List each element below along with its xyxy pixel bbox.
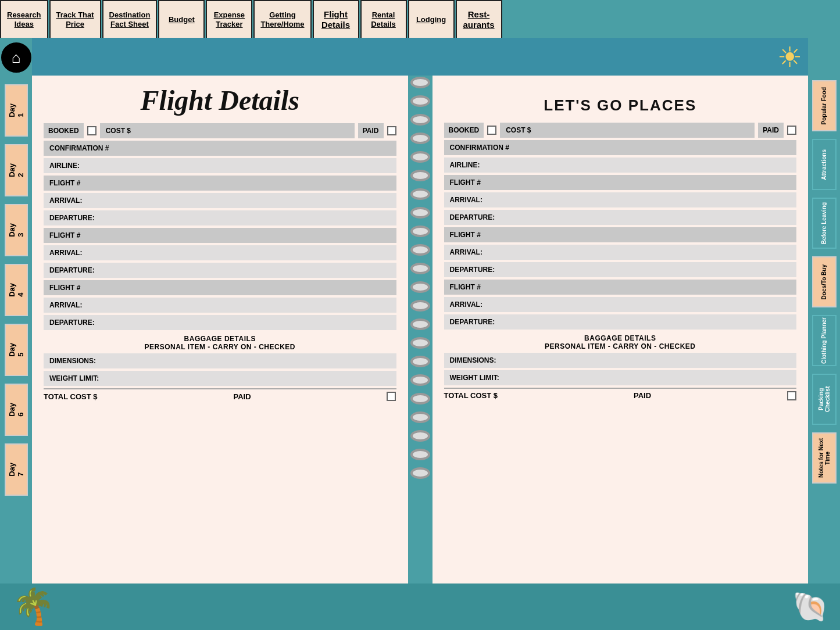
left-flight1-num: FLIGHT # bbox=[44, 176, 396, 191]
spiral-ring bbox=[410, 133, 430, 144]
home-button[interactable]: ⌂ bbox=[1, 42, 31, 73]
left-flight-section-3: FLIGHT # ARRIVAL: DEPARTURE: bbox=[44, 280, 396, 330]
spiral-ring bbox=[410, 95, 430, 107]
left-booked-checkbox[interactable] bbox=[87, 126, 96, 135]
right-flight2-departure: DEPARTURE: bbox=[444, 262, 797, 277]
home-icon: ⌂ bbox=[12, 49, 21, 67]
spiral-ring bbox=[410, 318, 430, 330]
right-flight3-num: FLIGHT # bbox=[444, 280, 797, 295]
sidebar-item-popular-food[interactable]: Popular Food bbox=[812, 80, 837, 131]
right-baggage-header: BAGGAGE DETAILS PERSONAL ITEM - CARRY ON… bbox=[444, 334, 797, 350]
right-flight3-arrival: ARRIVAL: bbox=[444, 297, 797, 312]
day-labels-right: Popular Food Attractions Before Leaving … bbox=[812, 80, 837, 488]
spiral-ring bbox=[410, 393, 430, 405]
left-airline-row: AIRLINE: bbox=[44, 158, 396, 173]
left-confirmation-row: CONFIRMATION # bbox=[44, 141, 396, 156]
main-content: Flight Details BOOKED COST $ PAID CONFIR… bbox=[32, 76, 808, 584]
sun-decoration-icon: ☀ bbox=[777, 41, 802, 73]
sidebar-item-before-leaving[interactable]: Before Leaving bbox=[812, 198, 837, 249]
right-dimensions-row: DIMENSIONS: bbox=[444, 353, 797, 368]
spiral-ring bbox=[410, 207, 430, 219]
right-total-row: TOTAL COST $ PAID bbox=[444, 388, 797, 403]
left-paid-label: PAID bbox=[358, 123, 384, 138]
tab-flight-details[interactable]: FlightDetails bbox=[313, 0, 359, 38]
spiral-ring bbox=[410, 244, 430, 256]
left-flight2-arrival: ARRIVAL: bbox=[44, 245, 396, 260]
spiral-ring bbox=[410, 356, 430, 367]
sidebar-item-day1[interactable]: Day1 bbox=[5, 84, 28, 137]
sidebar-item-day5[interactable]: Day5 bbox=[5, 324, 28, 376]
right-total-cost-label: TOTAL COST $ bbox=[444, 391, 498, 400]
sun-icon-right bbox=[809, 42, 839, 77]
spiral-ring bbox=[410, 188, 430, 200]
right-paid-checkbox[interactable] bbox=[787, 126, 796, 135]
left-total-cost-label: TOTAL COST $ bbox=[44, 392, 97, 401]
right-flight1-arrival: ARRIVAL: bbox=[444, 192, 797, 207]
spiral-ring bbox=[410, 411, 430, 423]
left-booked-label: BOOKED bbox=[44, 123, 84, 138]
right-weight-limit-row: WEIGHT LIMIT: bbox=[444, 370, 797, 385]
right-flight-section-2: FLIGHT # ARRIVAL: DEPARTURE: bbox=[444, 227, 797, 277]
tab-research-ideas[interactable]: ResearchIdeas bbox=[0, 0, 48, 38]
sidebar-item-day7[interactable]: Day7 bbox=[5, 443, 28, 496]
sidebar-item-attractions[interactable]: Attractions bbox=[812, 139, 837, 190]
spiral-ring bbox=[410, 225, 430, 237]
tab-lodging[interactable]: Lodging bbox=[408, 0, 455, 38]
sidebar-item-clothing-planner[interactable]: Clothing Planner bbox=[812, 315, 837, 366]
spiral-ring bbox=[410, 151, 430, 163]
right-confirmation-row: CONFIRMATION # bbox=[444, 140, 797, 155]
sidebar-item-docs-to-buy[interactable]: Docs/To Buy bbox=[812, 256, 837, 307]
tab-expense-tracker[interactable]: ExpenseTracker bbox=[206, 0, 252, 38]
tab-restaurants[interactable]: Rest-aurants bbox=[456, 0, 502, 38]
flight-details-title: Flight Details bbox=[44, 84, 396, 116]
left-flight3-num: FLIGHT # bbox=[44, 280, 396, 295]
right-booked-checkbox[interactable] bbox=[487, 126, 496, 135]
bottom-footer: 🌴 🐚 bbox=[0, 584, 840, 630]
sidebar-item-day2[interactable]: Day2 bbox=[5, 144, 28, 196]
sidebar-item-day3[interactable]: Day3 bbox=[5, 204, 28, 256]
left-flight-section-2: FLIGHT # ARRIVAL: DEPARTURE: bbox=[44, 228, 396, 278]
spiral-ring bbox=[410, 170, 430, 181]
right-flight3-departure: DEPARTURE: bbox=[444, 314, 797, 330]
left-booked-row: BOOKED COST $ PAID bbox=[44, 123, 396, 138]
tab-track-that-price[interactable]: Track ThatPrice bbox=[49, 0, 101, 38]
right-paid-label: PAID bbox=[758, 123, 784, 138]
right-flight-section-1: FLIGHT # ARRIVAL: DEPARTURE: bbox=[444, 175, 797, 225]
spiral-binding bbox=[408, 76, 432, 584]
left-dimensions-row: DIMENSIONS: bbox=[44, 353, 396, 368]
right-total-paid-checkbox[interactable] bbox=[787, 391, 796, 400]
left-baggage-header: BAGGAGE DETAILS PERSONAL ITEM - CARRY ON… bbox=[44, 335, 396, 351]
right-airline-row: AIRLINE: bbox=[444, 158, 797, 173]
sidebar-item-packing-checklist[interactable]: Packing Checklist bbox=[812, 374, 837, 425]
left-sidebar: ⌂ Day1 Day2 Day3 Day4 Day5 Day6 Day7 bbox=[0, 38, 32, 584]
spiral-ring bbox=[410, 467, 430, 479]
tab-destination-fact-sheet[interactable]: DestinationFact Sheet bbox=[102, 0, 158, 38]
sidebar-item-notes-next-time[interactable]: Notes for Next Time bbox=[812, 432, 837, 484]
left-total-paid-checkbox[interactable] bbox=[387, 392, 396, 401]
day-labels-left: Day1 Day2 Day3 Day4 Day5 Day6 Day7 bbox=[5, 84, 28, 500]
shell-icon: 🐚 bbox=[792, 592, 828, 621]
left-flight3-arrival: ARRIVAL: bbox=[44, 298, 396, 313]
right-flight-panel: LET'S GO PLACES BOOKED COST $ PAID CONFI… bbox=[432, 76, 809, 584]
tab-rental-details[interactable]: RentalDetails bbox=[360, 0, 407, 38]
right-flight1-num: FLIGHT # bbox=[444, 175, 797, 190]
left-flight2-departure: DEPARTURE: bbox=[44, 263, 396, 278]
left-cost-label: COST $ bbox=[100, 123, 355, 138]
left-flight1-arrival: ARRIVAL: bbox=[44, 193, 396, 208]
right-cost-label: COST $ bbox=[500, 123, 755, 138]
sidebar-item-day6[interactable]: Day6 bbox=[5, 384, 28, 436]
left-flight3-departure: DEPARTURE: bbox=[44, 315, 396, 330]
left-flight1-departure: DEPARTURE: bbox=[44, 210, 396, 225]
top-navigation: ResearchIdeas Track ThatPrice Destinatio… bbox=[0, 0, 840, 38]
spiral-ring bbox=[410, 449, 430, 460]
right-flight1-departure: DEPARTURE: bbox=[444, 210, 797, 225]
spiral-ring bbox=[410, 77, 430, 88]
tab-getting-there-home[interactable]: GettingThere/Home bbox=[253, 0, 311, 38]
sidebar-item-day4[interactable]: Day4 bbox=[5, 264, 28, 316]
left-paid-checkbox[interactable] bbox=[387, 126, 396, 135]
tab-budget[interactable]: Budget bbox=[158, 0, 205, 38]
spiral-ring bbox=[410, 337, 430, 349]
teal-header-bar: ☀ bbox=[32, 38, 808, 76]
right-flight2-num: FLIGHT # bbox=[444, 227, 797, 242]
spiral-ring bbox=[410, 430, 430, 442]
